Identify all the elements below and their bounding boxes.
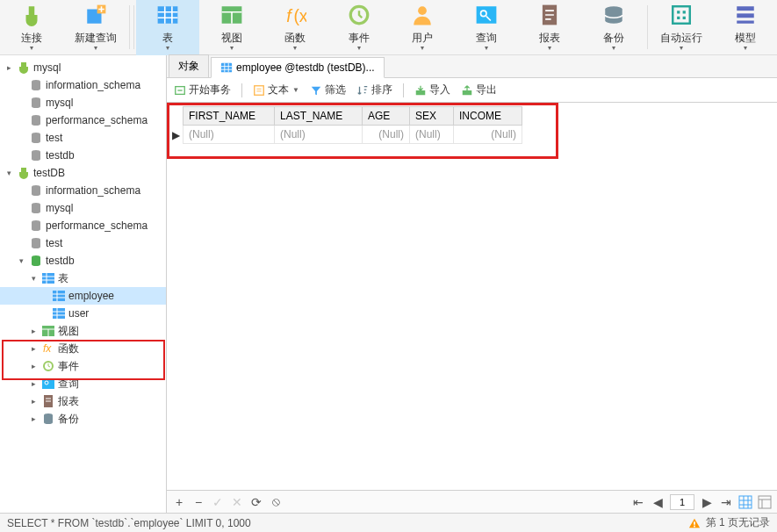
- begin-transaction-button[interactable]: 开始事务: [174, 83, 231, 97]
- sort-button[interactable]: 排序: [356, 83, 392, 97]
- form-view-icon[interactable]: [758, 495, 772, 509]
- toolbar-plug-button[interactable]: 连接▾: [0, 0, 64, 55]
- db-mysql[interactable]: mysql: [0, 94, 166, 111]
- toolbar-backup-button[interactable]: 备份▾: [581, 0, 645, 55]
- table-icon: [52, 289, 66, 303]
- sub-toolbar: 开始事务 文本 ▼ 筛选 排序 导入 导出: [167, 78, 777, 103]
- db-performance_schema[interactable]: performance_schema: [0, 111, 166, 129]
- tree-label: testDB: [33, 167, 65, 179]
- toolbar-clock-button[interactable]: 事件▾: [327, 0, 391, 55]
- cell-null[interactable]: (Null): [454, 126, 522, 144]
- tree-toggle-icon[interactable]: ▸: [28, 327, 39, 335]
- db-performance_schema[interactable]: performance_schema: [0, 217, 166, 234]
- tree-toggle-icon[interactable]: ▸: [28, 362, 39, 370]
- folder-views[interactable]: ▸视图: [0, 322, 166, 340]
- db-testdb-open[interactable]: ▾testdb: [0, 252, 166, 270]
- column-header[interactable]: LAST_NAME: [275, 107, 363, 126]
- export-button[interactable]: 导出: [461, 83, 497, 97]
- tree-toggle-icon[interactable]: ▾: [16, 256, 26, 265]
- folder-backups[interactable]: ▸备份: [0, 410, 166, 428]
- column-header[interactable]: SEX: [410, 107, 454, 126]
- page-input[interactable]: [670, 494, 694, 510]
- db-test[interactable]: test: [0, 129, 166, 147]
- table-icon: [41, 271, 55, 285]
- import-button[interactable]: 导入: [414, 83, 450, 97]
- column-header[interactable]: AGE: [363, 107, 410, 126]
- dropdown-arrow-icon: ▼: [292, 86, 299, 94]
- prev-page-button[interactable]: ◀: [651, 495, 665, 509]
- toolbar-user-button[interactable]: 用户▾: [391, 0, 455, 55]
- last-page-button[interactable]: ⇥: [719, 495, 733, 509]
- next-page-button[interactable]: ▶: [700, 495, 714, 509]
- apply-button[interactable]: ✓: [211, 495, 225, 509]
- event-icon: [41, 359, 55, 373]
- delete-row-button[interactable]: −: [191, 495, 205, 509]
- toolbar-report-button[interactable]: 报表▾: [518, 0, 582, 55]
- svg-rect-40: [228, 63, 229, 73]
- folder-queries[interactable]: ▸查询: [0, 375, 166, 392]
- filter-button[interactable]: 筛选: [310, 83, 346, 97]
- grid-view-icon[interactable]: [738, 495, 752, 509]
- tree-label: testdb: [46, 255, 75, 267]
- tree-toggle-icon[interactable]: ▸: [4, 63, 14, 72]
- db-information_schema[interactable]: information_schema: [0, 76, 166, 94]
- cancel-button[interactable]: ✕: [230, 495, 244, 509]
- first-page-button[interactable]: ⇤: [631, 495, 645, 509]
- tree-toggle-icon[interactable]: ▸: [28, 397, 39, 406]
- svg-rect-39: [224, 63, 225, 73]
- folder-reports[interactable]: ▸报表: [0, 392, 166, 410]
- refresh-button[interactable]: ⟳: [249, 495, 263, 509]
- db-information_schema[interactable]: information_schema: [0, 182, 166, 199]
- tree-toggle-icon[interactable]: ▸: [28, 344, 39, 353]
- database-icon: [29, 236, 43, 250]
- toolbar-new-query-button[interactable]: 新建查询▾: [64, 0, 128, 55]
- cell-null[interactable]: (Null): [410, 126, 454, 144]
- column-header[interactable]: FIRST_NAME: [183, 107, 275, 126]
- column-header[interactable]: INCOME: [454, 107, 522, 126]
- toolbar-table-button[interactable]: 表▾: [136, 0, 200, 55]
- transaction-icon: [174, 84, 186, 97]
- tree-toggle-icon[interactable]: ▾: [4, 169, 14, 177]
- table-user[interactable]: user: [0, 305, 166, 322]
- sidebar: ▸mysqlinformation_schemamysqlperformance…: [0, 55, 167, 513]
- connection-testDB[interactable]: ▾testDB: [0, 164, 166, 182]
- db-testdb[interactable]: testdb: [0, 147, 166, 164]
- query-icon: [41, 377, 55, 391]
- toolbar-view-button[interactable]: 视图▾: [199, 0, 263, 55]
- tab-label: 对象: [178, 59, 199, 74]
- table-employee[interactable]: employee: [0, 287, 166, 305]
- toolbar-query-button[interactable]: 查询▾: [454, 0, 518, 55]
- toolbar-auto-button[interactable]: 自动运行▾: [650, 0, 714, 55]
- svg-rect-36: [221, 63, 232, 73]
- cell-null[interactable]: (Null): [363, 126, 410, 144]
- separator: [241, 83, 242, 97]
- db-mysql[interactable]: mysql: [0, 199, 166, 217]
- text-button[interactable]: 文本 ▼: [253, 83, 299, 97]
- tree-toggle-icon[interactable]: ▾: [28, 274, 39, 283]
- cell-null[interactable]: (Null): [275, 126, 363, 144]
- toolbar-fx-button[interactable]: f(x)函数▾: [263, 0, 327, 55]
- svg-rect-46: [759, 496, 771, 508]
- folder-events[interactable]: ▸事件: [0, 357, 166, 375]
- data-grid[interactable]: FIRST_NAMELAST_NAMEAGESEXINCOME (Null)(N…: [183, 106, 522, 144]
- folder-tables[interactable]: ▾表: [0, 270, 166, 287]
- dropdown-arrow-icon: ▾: [680, 44, 683, 52]
- folder-functions[interactable]: ▸fx函数: [0, 340, 166, 357]
- connection-mysql[interactable]: ▸mysql: [0, 59, 166, 76]
- db-test[interactable]: test: [0, 234, 166, 252]
- tab-employee[interactable]: employee @testdb (testDB)...: [211, 57, 385, 78]
- toolbar-model-button[interactable]: 模型▾: [713, 0, 777, 55]
- tab-objects[interactable]: 对象: [169, 54, 209, 77]
- dropdown-arrow-icon: ▾: [293, 44, 297, 52]
- tab-bar: 对象 employee @testdb (testDB)...: [167, 55, 777, 78]
- text-label: 文本: [268, 83, 289, 97]
- stop-button[interactable]: ⦸: [269, 495, 283, 509]
- cell-null[interactable]: (Null): [183, 126, 275, 144]
- dropdown-arrow-icon: ▾: [612, 44, 615, 52]
- tree-toggle-icon[interactable]: ▸: [28, 414, 39, 423]
- add-row-button[interactable]: +: [172, 495, 186, 509]
- tree-toggle-icon[interactable]: ▸: [28, 379, 39, 388]
- plug-icon: [19, 3, 44, 27]
- sort-icon: [356, 84, 369, 97]
- begin-label: 开始事务: [189, 83, 231, 97]
